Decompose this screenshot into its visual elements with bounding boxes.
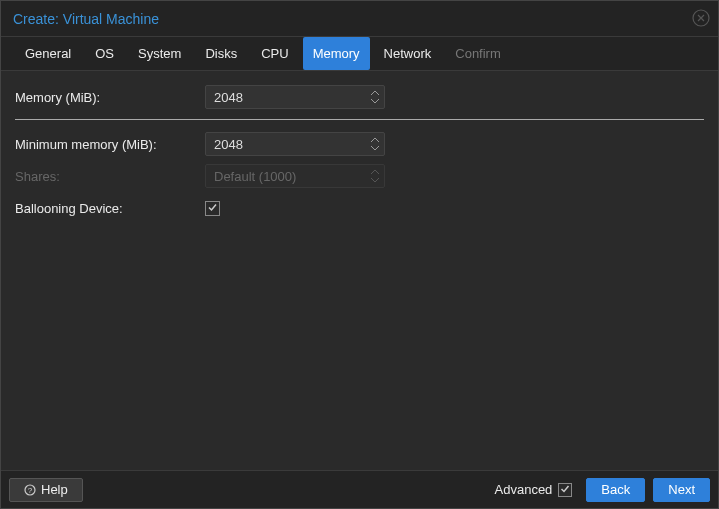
dialog-title: Create: Virtual Machine: [13, 11, 159, 27]
memory-row: Memory (MiB): 2048: [15, 83, 704, 111]
next-button[interactable]: Next: [653, 478, 710, 502]
spinner-arrows-icon: [366, 169, 384, 184]
wizard-tabs: General OS System Disks CPU Memory Netwo…: [1, 37, 718, 71]
ballooning-row: Ballooning Device:: [15, 194, 704, 222]
create-vm-dialog: Create: Virtual Machine General OS Syste…: [0, 0, 719, 509]
tab-os[interactable]: OS: [85, 37, 124, 70]
tab-system[interactable]: System: [128, 37, 191, 70]
min-memory-field[interactable]: 2048: [205, 132, 385, 156]
back-button[interactable]: Back: [586, 478, 645, 502]
titlebar: Create: Virtual Machine: [1, 1, 718, 37]
memory-value: 2048: [206, 90, 366, 105]
memory-field[interactable]: 2048: [205, 85, 385, 109]
min-memory-value: 2048: [206, 137, 366, 152]
min-memory-label: Minimum memory (MiB):: [15, 137, 205, 152]
tab-general[interactable]: General: [15, 37, 81, 70]
help-icon: ?: [24, 484, 36, 496]
shares-field: Default (1000): [205, 164, 385, 188]
advanced-toggle[interactable]: Advanced: [495, 482, 573, 497]
form-content: Memory (MiB): 2048 Minimum memory (MiB):…: [1, 71, 718, 470]
advanced-checkbox[interactable]: [558, 483, 572, 497]
memory-section: Memory (MiB): 2048 Minimum memory (MiB):…: [15, 83, 704, 222]
ballooning-checkbox[interactable]: [205, 201, 220, 216]
help-button[interactable]: ? Help: [9, 478, 83, 502]
memory-label: Memory (MiB):: [15, 90, 205, 105]
shares-label: Shares:: [15, 169, 205, 184]
svg-text:?: ?: [28, 486, 33, 495]
close-icon[interactable]: [692, 9, 710, 27]
ballooning-label: Ballooning Device:: [15, 201, 205, 216]
divider: [15, 119, 704, 120]
min-memory-row: Minimum memory (MiB): 2048: [15, 130, 704, 158]
help-label: Help: [41, 482, 68, 497]
spinner-arrows-icon[interactable]: [366, 90, 384, 105]
shares-row: Shares: Default (1000): [15, 162, 704, 190]
check-icon: [207, 201, 218, 216]
advanced-label: Advanced: [495, 482, 553, 497]
tab-network[interactable]: Network: [374, 37, 442, 70]
tab-cpu[interactable]: CPU: [251, 37, 298, 70]
tab-confirm: Confirm: [445, 37, 511, 70]
footer: ? Help Advanced Back Next: [1, 470, 718, 508]
check-icon: [560, 482, 570, 497]
spinner-arrows-icon[interactable]: [366, 137, 384, 152]
tab-memory[interactable]: Memory: [303, 37, 370, 70]
tab-disks[interactable]: Disks: [195, 37, 247, 70]
shares-value: Default (1000): [206, 169, 366, 184]
